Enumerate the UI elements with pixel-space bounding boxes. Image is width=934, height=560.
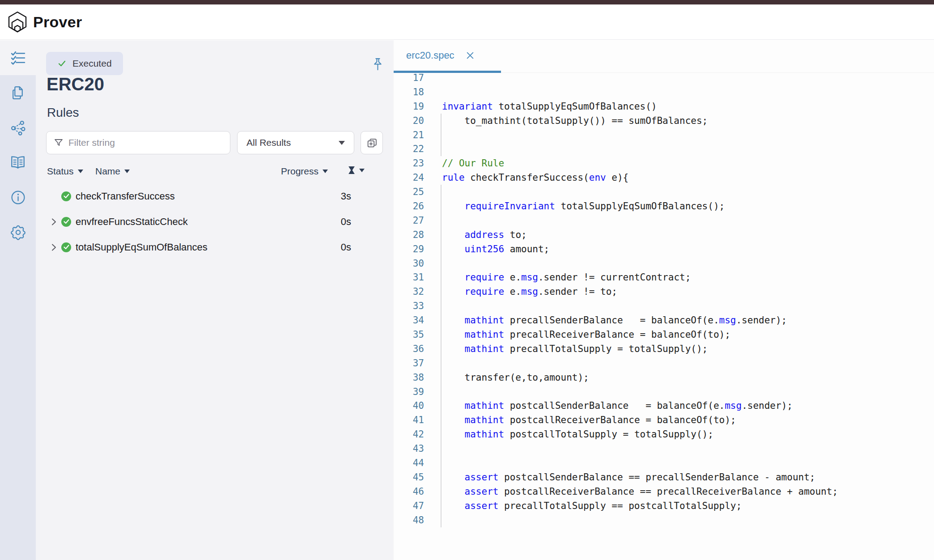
line-number: 23 [394, 158, 424, 169]
name-column-header[interactable]: Name [95, 166, 130, 177]
indent-guide [441, 228, 442, 242]
line-content: address to; [424, 229, 527, 240]
code-line: 32 require e.msg.sender != to; [394, 284, 934, 299]
code-line: 30 [394, 256, 934, 271]
line-number: 21 [394, 130, 424, 140]
sidebar-item-info[interactable] [0, 180, 36, 215]
sidebar-item-files[interactable] [0, 75, 36, 110]
check-icon [57, 59, 67, 68]
line-number: 42 [394, 429, 424, 440]
expand-chevron-icon[interactable] [51, 243, 61, 251]
code-line: 46 assert postcallReceiverBalance == pre… [394, 484, 934, 499]
sidebar-item-rules[interactable] [0, 40, 36, 75]
indent-guide [441, 128, 442, 142]
indent-guide [441, 413, 442, 427]
code-line: 20 to_mathint(totalSupply()) == sumOfBal… [394, 114, 934, 128]
pin-button[interactable] [370, 56, 385, 72]
progress-column-header[interactable]: Progress [281, 166, 328, 177]
line-content: transfer(e,to,amount); [424, 372, 589, 383]
nav-rail [0, 40, 36, 560]
code-line: 18 [394, 85, 934, 99]
line-content: mathint postcallReceiverBalance = balanc… [424, 415, 736, 425]
filter-input-wrap [46, 131, 230, 154]
line-content: require e.msg.sender != currentContract; [424, 272, 691, 283]
code-line: 41 mathint postcallReceiverBalance = bal… [394, 413, 934, 427]
sort-caret-icon [359, 169, 365, 172]
indent-guide [441, 342, 442, 356]
app-header: Prover [0, 4, 934, 40]
line-number: 28 [394, 229, 424, 240]
tab-label: erc20.spec [406, 50, 454, 61]
status-ok-icon [61, 217, 71, 227]
pin-icon [373, 57, 383, 71]
tab-close-icon[interactable] [466, 51, 474, 59]
line-number: 43 [394, 443, 424, 454]
filter-input[interactable] [68, 137, 223, 148]
status-column-header[interactable]: Status [47, 166, 83, 177]
rules-panel: Executed ERC20 Rules All Results [36, 40, 394, 560]
info-icon [10, 190, 26, 205]
line-content: to_mathint(totalSupply()) == sumOfBalanc… [424, 115, 708, 126]
code-line: 21 [394, 128, 934, 142]
hourglass-icon [348, 166, 355, 174]
code-line: 24rule checkTransferSuccess(env e){ [394, 170, 934, 185]
code-lines: 171819invariant totalSupplyEqSumOfBalanc… [394, 73, 934, 528]
sidebar-item-graph[interactable] [0, 110, 36, 145]
code-line: 48 [394, 513, 934, 527]
code-line: 25 [394, 185, 934, 199]
line-number: 45 [394, 472, 424, 483]
code-line: 22 [394, 142, 934, 156]
rule-name: envfreeFuncsStaticCheck [76, 216, 188, 228]
indent-guide [441, 356, 442, 370]
line-number: 41 [394, 415, 424, 425]
line-content: assert postcallSenderBalance == precallS… [424, 472, 815, 483]
rule-row[interactable]: totalSupplyEqSumOfBalances0s [36, 234, 394, 260]
page-title: ERC20 [47, 74, 104, 94]
rules-table-header: Status Name Progress [36, 166, 394, 178]
line-number: 32 [394, 286, 424, 297]
indent-guide [441, 484, 442, 499]
rule-row[interactable]: checkTransferSuccess3s [36, 183, 394, 209]
code-line: 37 [394, 356, 934, 370]
editor-tab[interactable]: erc20.spec [394, 40, 488, 71]
indent-guide [441, 313, 442, 327]
line-content: // Our Rule [424, 158, 504, 169]
status-badge-label: Executed [72, 58, 112, 69]
status-ok-icon [61, 242, 71, 252]
rule-name: checkTransferSuccess [76, 191, 175, 202]
line-number: 18 [394, 87, 424, 98]
results-filter-dropdown[interactable]: All Results [237, 131, 354, 154]
status-ok-icon [61, 191, 71, 201]
indent-guide [441, 242, 442, 256]
code-area[interactable]: 171819invariant totalSupplyEqSumOfBalanc… [394, 73, 934, 528]
code-line: 45 assert postcallSenderBalance == preca… [394, 470, 934, 484]
line-content: mathint precallTotalSupply = totalSupply… [424, 344, 708, 354]
indent-guide [441, 256, 442, 271]
rule-duration: 0s [341, 216, 351, 228]
line-number: 36 [394, 344, 424, 354]
indent-guide [441, 213, 442, 228]
duplicate-button[interactable] [361, 131, 383, 154]
indent-guide [441, 385, 442, 399]
sidebar-item-docs[interactable] [0, 145, 36, 180]
line-number: 48 [394, 515, 424, 526]
code-line: 31 require e.msg.sender != currentContra… [394, 270, 934, 284]
expand-chevron-icon[interactable] [51, 218, 61, 226]
line-number: 44 [394, 458, 424, 468]
rule-row[interactable]: envfreeFuncsStaticCheck0s [36, 209, 394, 234]
copy-icon [10, 85, 26, 101]
sort-caret-icon [323, 170, 328, 173]
indent-guide [441, 399, 442, 413]
indent-guide [441, 270, 442, 284]
line-number: 26 [394, 201, 424, 212]
line-content: assert postcallReceiverBalance == precal… [424, 486, 838, 497]
duration-column-header[interactable] [348, 166, 365, 174]
indent-guide [441, 142, 442, 156]
code-line: 38 transfer(e,to,amount); [394, 370, 934, 385]
code-line: 35 mathint precallReceiverBalance = bala… [394, 327, 934, 342]
code-line: 39 [394, 385, 934, 399]
line-number: 27 [394, 215, 424, 226]
sidebar-item-settings[interactable] [0, 215, 36, 250]
sort-caret-icon [124, 170, 130, 173]
rule-duration: 0s [341, 242, 351, 253]
